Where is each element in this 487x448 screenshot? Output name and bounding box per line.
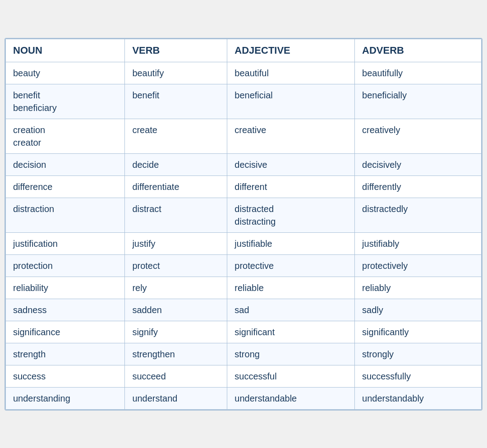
cell-noun-5: distraction	[6, 198, 125, 232]
table-row: distractiondistractdistracteddistracting…	[6, 198, 482, 232]
cell-noun-1: benefitbeneficiary	[6, 84, 125, 119]
cell-adverb-3: decisively	[355, 153, 482, 176]
cell-noun-6: justification	[6, 232, 125, 254]
cell-adjective-11: strong	[227, 343, 355, 365]
table-row: significancesignifysignificantsignifican…	[6, 321, 482, 343]
table-row: reliabilityrelyreliablereliably	[6, 277, 482, 299]
header-adjective: ADJECTIVE	[227, 39, 355, 62]
table-row: differencedifferentiatedifferentdifferen…	[6, 176, 482, 198]
cell-adjective-3: decisive	[227, 153, 355, 176]
cell-adjective-10: significant	[227, 321, 355, 343]
cell-adverb-6: justifiably	[355, 232, 482, 254]
header-verb: VERB	[125, 39, 227, 62]
cell-verb-9: sadden	[125, 299, 227, 321]
cell-noun-4: difference	[6, 176, 125, 198]
word-forms-table: NOUN VERB ADJECTIVE ADVERB beautybeautif…	[5, 39, 482, 410]
cell-adverb-1: beneficially	[355, 84, 482, 119]
cell-verb-1: benefit	[125, 84, 227, 119]
table-row: beautybeautifybeautifulbeautifully	[6, 62, 482, 84]
cell-adverb-9: sadly	[355, 299, 482, 321]
cell-noun-2: creationcreator	[6, 119, 125, 153]
cell-verb-12: succeed	[125, 365, 227, 387]
table-row: creationcreatorcreatecreativecreatively	[6, 119, 482, 153]
cell-adverb-8: reliably	[355, 277, 482, 299]
table-row: benefitbeneficiarybenefitbeneficialbenef…	[6, 84, 482, 119]
table-row: understandingunderstandunderstandableund…	[6, 387, 482, 409]
header-row: NOUN VERB ADJECTIVE ADVERB	[6, 39, 482, 62]
cell-adverb-7: protectively	[355, 254, 482, 277]
cell-verb-10: signify	[125, 321, 227, 343]
cell-adverb-11: strongly	[355, 343, 482, 365]
table-row: sadnesssaddensadsadly	[6, 299, 482, 321]
cell-adjective-6: justifiable	[227, 232, 355, 254]
cell-adjective-12: successful	[227, 365, 355, 387]
cell-noun-13: understanding	[6, 387, 125, 409]
table-row: protectionprotectprotectiveprotectively	[6, 254, 482, 277]
cell-noun-0: beauty	[6, 62, 125, 84]
cell-adjective-5: distracteddistracting	[227, 198, 355, 232]
cell-adverb-10: significantly	[355, 321, 482, 343]
cell-verb-11: strengthen	[125, 343, 227, 365]
table-row: decisiondecidedecisivedecisively	[6, 153, 482, 176]
cell-adverb-0: beautifully	[355, 62, 482, 84]
table-row: justificationjustifyjustifiablejustifiab…	[6, 232, 482, 254]
cell-adjective-0: beautiful	[227, 62, 355, 84]
cell-verb-4: differentiate	[125, 176, 227, 198]
cell-verb-13: understand	[125, 387, 227, 409]
table-row: strengthstrengthenstrongstrongly	[6, 343, 482, 365]
cell-verb-7: protect	[125, 254, 227, 277]
cell-adjective-9: sad	[227, 299, 355, 321]
cell-adjective-1: beneficial	[227, 84, 355, 119]
cell-verb-0: beautify	[125, 62, 227, 84]
cell-verb-8: rely	[125, 277, 227, 299]
cell-verb-3: decide	[125, 153, 227, 176]
cell-noun-8: reliability	[6, 277, 125, 299]
cell-noun-7: protection	[6, 254, 125, 277]
cell-noun-12: success	[6, 365, 125, 387]
cell-adjective-13: understandable	[227, 387, 355, 409]
header-adverb: ADVERB	[355, 39, 482, 62]
word-forms-table-wrapper: NOUN VERB ADJECTIVE ADVERB beautybeautif…	[5, 38, 482, 411]
cell-noun-10: significance	[6, 321, 125, 343]
cell-adjective-2: creative	[227, 119, 355, 153]
cell-adjective-4: different	[227, 176, 355, 198]
cell-noun-3: decision	[6, 153, 125, 176]
cell-verb-5: distract	[125, 198, 227, 232]
cell-adverb-13: understandably	[355, 387, 482, 409]
cell-verb-6: justify	[125, 232, 227, 254]
cell-adverb-12: successfully	[355, 365, 482, 387]
cell-adverb-5: distractedly	[355, 198, 482, 232]
cell-noun-9: sadness	[6, 299, 125, 321]
cell-adjective-7: protective	[227, 254, 355, 277]
cell-adverb-2: creatively	[355, 119, 482, 153]
cell-noun-11: strength	[6, 343, 125, 365]
table-row: successsucceedsuccessfulsuccessfully	[6, 365, 482, 387]
cell-adverb-4: differently	[355, 176, 482, 198]
header-noun: NOUN	[6, 39, 125, 62]
cell-adjective-8: reliable	[227, 277, 355, 299]
cell-verb-2: create	[125, 119, 227, 153]
